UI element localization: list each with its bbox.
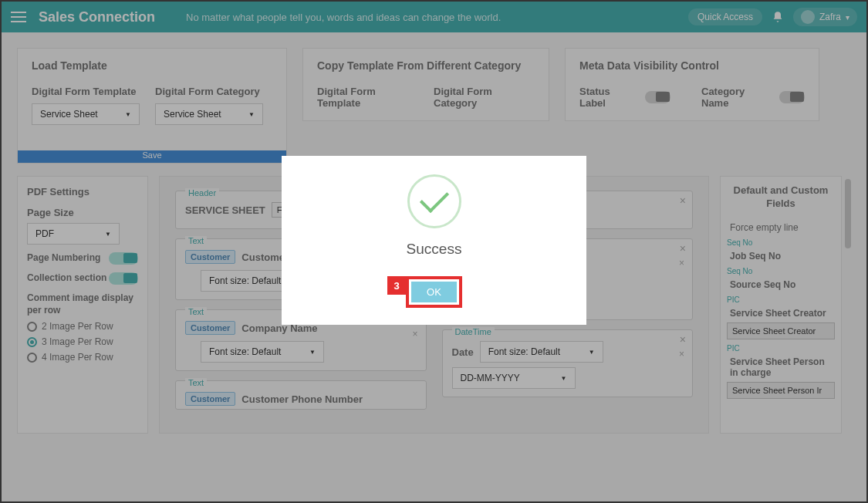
success-modal: Success 3 OK [282,156,586,325]
modal-overlay: Success 3 OK [2,2,866,501]
modal-title: Success [297,241,571,258]
check-circle-icon [407,174,461,228]
step-badge: 3 [387,276,406,295]
ok-button[interactable]: OK [411,282,457,302]
ok-highlight: 3 OK [406,276,462,308]
